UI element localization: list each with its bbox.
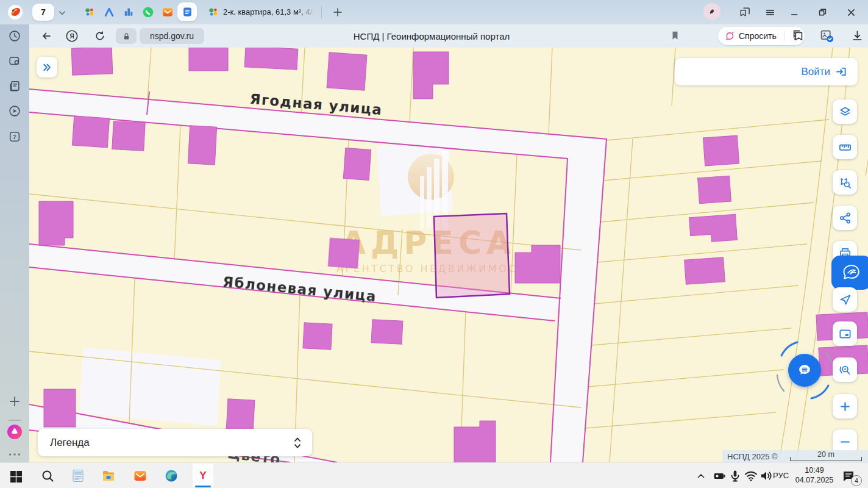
pinned-mail-icon[interactable]: [162, 6, 174, 18]
building: [244, 48, 298, 70]
window-close-button[interactable]: [846, 7, 856, 18]
area-select-button[interactable]: [833, 170, 857, 195]
windows-taskbar: Y РУС 10:49 04.07.2025: [0, 462, 868, 488]
measure-button[interactable]: [833, 135, 857, 159]
building: [343, 148, 371, 181]
alice-assistant-icon[interactable]: [7, 424, 23, 440]
taskbar-search-button[interactable]: [40, 468, 55, 483]
scale-bracket: [790, 457, 862, 461]
url-text: nspd.gov.ru: [150, 31, 194, 41]
chat-assistant-button[interactable]: [788, 354, 821, 387]
legend-collapse-icon[interactable]: [293, 436, 302, 450]
sidebar-add-icon[interactable]: [8, 395, 21, 408]
browser-sidebar: 7: [0, 24, 29, 462]
tabs-panel-count: 7: [13, 134, 16, 140]
clock[interactable]: 10:49 04.07.2025: [792, 465, 836, 485]
building: [327, 52, 367, 90]
building: [698, 176, 731, 204]
battery-icon[interactable]: [712, 468, 727, 483]
tray-chevron-up-icon[interactable]: [696, 472, 706, 480]
bookmark-icon[interactable]: [669, 30, 681, 41]
date-label: 04.07.2025: [792, 475, 836, 485]
ya-glyph: Я: [69, 33, 74, 40]
building: [303, 323, 332, 350]
tabs-chevron-down-icon[interactable]: [58, 9, 66, 17]
file-explorer-button[interactable]: [101, 468, 116, 483]
map-viewport[interactable]: АДРЕСА АГЕНТСТВО НЕДВИЖИМОСТИ: [29, 48, 868, 462]
page-title[interactable]: НСПД | Геоинформационный портал: [243, 31, 621, 41]
layers-button[interactable]: [833, 99, 857, 124]
active-tab-title[interactable]: 2-к. квартира, 61,3 м², 4/1: [223, 7, 315, 18]
history-icon[interactable]: [8, 29, 21, 43]
building: [71, 48, 112, 75]
news-feed-icon[interactable]: [8, 79, 21, 93]
back-button[interactable]: [40, 30, 52, 42]
expand-sidebar-button[interactable]: [37, 57, 57, 77]
building: [703, 135, 739, 166]
building: [72, 116, 109, 148]
start-button[interactable]: [9, 469, 23, 484]
browser-address-bar: Я nspd.gov.ru НСПД | Геоинформационный п…: [29, 24, 868, 48]
layers-icon: [838, 105, 852, 119]
scale-bar: 20 m: [790, 451, 862, 462]
building: [454, 421, 496, 462]
site-security-chip[interactable]: [116, 28, 137, 44]
tab-counter[interactable]: 7: [32, 4, 54, 21]
pinned-building-icon[interactable]: [123, 6, 135, 18]
collections-icon[interactable]: [791, 29, 805, 42]
tab-groups-icon[interactable]: [739, 6, 751, 18]
lock-icon: [122, 32, 131, 41]
sidebar-more-icon[interactable]: [8, 451, 21, 458]
volume-icon[interactable]: [759, 468, 774, 483]
screenshot-tool-icon[interactable]: [819, 28, 834, 43]
yandex-search-button[interactable]: Я: [65, 29, 79, 43]
yandex-browser-taskbar-button[interactable]: Y: [193, 464, 213, 487]
browser-tab-bar: 7 2-к. квартира, 61,3: [0, 0, 868, 24]
pinned-whatsapp-icon[interactable]: [142, 6, 154, 18]
building: [685, 257, 725, 284]
notification-count-badge: 4: [851, 475, 862, 486]
new-tab-button[interactable]: [332, 7, 343, 18]
menu-icon[interactable]: [765, 7, 775, 18]
taskbar-app-1c-button[interactable]: [71, 468, 85, 483]
microphone-icon[interactable]: [728, 468, 742, 483]
pinned-avito-icon[interactable]: [103, 6, 115, 18]
browser-logo-icon[interactable]: [7, 4, 23, 20]
screenshot-icon[interactable]: [8, 54, 21, 68]
login-bar[interactable]: Войти: [675, 58, 858, 85]
window-minimize-button[interactable]: [789, 7, 800, 18]
building: [371, 320, 403, 345]
avatar-glyph-icon: [707, 7, 717, 16]
ask-pill-divider: [784, 30, 784, 41]
my-location-button[interactable]: [833, 287, 857, 312]
reload-button[interactable]: [94, 30, 106, 42]
feedback-widget-button[interactable]: [831, 256, 868, 290]
edge-browser-button[interactable]: [164, 468, 179, 483]
window-maximize-button[interactable]: [817, 7, 828, 18]
building: [112, 121, 145, 151]
building: [328, 238, 359, 268]
ask-label: Спросить: [739, 31, 777, 41]
share-button[interactable]: [833, 206, 857, 230]
selected-parcel[interactable]: [434, 214, 510, 298]
pinned-docs-tab-active[interactable]: [177, 2, 197, 21]
video-icon[interactable]: [8, 104, 21, 118]
yandex-browser-icon: Y: [195, 467, 211, 483]
downloads-button[interactable]: [851, 29, 864, 42]
tab-separator: [321, 6, 322, 18]
tab-count-label: 7: [41, 7, 46, 17]
legend-panel[interactable]: Легенда: [38, 429, 312, 456]
select-area-icon: [838, 176, 852, 190]
active-app-indicator: [195, 486, 211, 487]
tabs-panel-icon[interactable]: 7: [8, 130, 21, 143]
language-indicator[interactable]: РУС: [773, 471, 789, 480]
url-field[interactable]: nspd.gov.ru: [140, 28, 204, 44]
pinned-services-icon[interactable]: [84, 6, 96, 18]
mail-app-button[interactable]: [133, 468, 148, 483]
profile-avatar[interactable]: [703, 3, 720, 20]
wifi-icon[interactable]: [744, 468, 758, 483]
legend-label: Легенда: [50, 437, 90, 449]
map-canvas[interactable]: АДРЕСА АГЕНТСТВО НЕДВИЖИМОСТИ: [29, 48, 868, 462]
sketch-bubble-icon: [839, 260, 864, 285]
double-chevron-right-icon: [41, 62, 53, 73]
